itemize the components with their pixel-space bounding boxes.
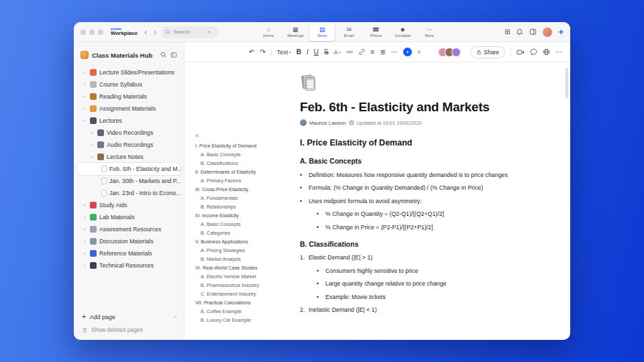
sidebar-item-video-recordings[interactable]: Video Recordings xyxy=(77,127,180,139)
document-editor[interactable]: Feb. 6th - Elasticity and Markets Mauric… xyxy=(262,62,570,340)
outline-item[interactable]: B. Market Analysis xyxy=(195,255,262,263)
side-panel-toggle-icon[interactable] xyxy=(529,28,537,36)
apps-grid-icon[interactable]: ⊞ xyxy=(504,29,510,36)
tab-phone[interactable]: ☎ Phone xyxy=(363,23,388,41)
redo-button[interactable]: ↷ xyxy=(260,49,265,56)
tab-contacts[interactable]: ☻ Contacts xyxy=(390,23,415,41)
globe-icon[interactable] xyxy=(543,48,550,56)
outline-item[interactable]: A. Primary Factors xyxy=(195,176,262,185)
doc-block[interactable]: • Large quantity change relative to pric… xyxy=(317,280,546,287)
sidebar-item-feb-6-note[interactable]: Feb. 6th - Elasticity and M... xyxy=(77,163,180,175)
sidebar-item-assessment-resources[interactable]: Assessment Resources xyxy=(77,223,180,235)
chevron-icon[interactable] xyxy=(89,154,95,160)
show-deleted-pages-button[interactable]: Show deleted pages xyxy=(82,326,176,333)
insert-block-button[interactable]: + xyxy=(403,48,412,56)
chevron-icon[interactable] xyxy=(82,82,87,88)
collapse-toolbar-button[interactable]: ∧ xyxy=(417,50,421,55)
outline-item[interactable]: A. Electric Vehicle Market xyxy=(195,272,262,281)
outline-item[interactable]: A. Coffee Example xyxy=(195,307,262,316)
outline-item[interactable]: A. Basic Concepts xyxy=(195,150,262,159)
outline-item[interactable]: III. Cross-Price Elasticity xyxy=(195,185,262,194)
chevron-icon[interactable] xyxy=(82,215,87,221)
minimize-window-button[interactable] xyxy=(89,29,95,35)
sidebar-item-course-syllabus[interactable]: Course Syllabus xyxy=(77,78,180,90)
outline-item[interactable]: VI. Real-World Case Studies xyxy=(195,263,262,272)
doc-block[interactable]: • % Change in Price = (P2-P1)/[(P2+P1)/2… xyxy=(317,224,546,231)
outline-item[interactable]: C. Entertainment Industry xyxy=(195,290,262,298)
maximize-window-button[interactable] xyxy=(98,29,103,35)
sidebar-item-reference-materials[interactable]: Reference Materials xyxy=(77,247,180,259)
outline-item[interactable]: A. Basic Concepts xyxy=(195,220,262,229)
sidebar-item-technical-resources[interactable]: Technical Resources xyxy=(77,259,180,272)
collaborator-avatar[interactable] xyxy=(451,48,461,57)
tab-more[interactable]: ⋯ More xyxy=(417,23,442,41)
comments-icon[interactable] xyxy=(530,48,537,56)
doc-block[interactable]: 1. Elastic Demand (|E| > 1) xyxy=(300,254,546,261)
share-button[interactable]: Share xyxy=(470,46,505,58)
sidebar-item-study-aids[interactable]: Study Aids xyxy=(77,199,180,211)
collapse-sidebar-icon[interactable] xyxy=(170,52,177,58)
sidebar-item-lecture-slides[interactable]: Lecture Slides/Presentations xyxy=(77,66,180,78)
chevron-icon[interactable] xyxy=(89,142,95,148)
outline-item[interactable]: I. Price Elasticity of Demand xyxy=(195,141,262,150)
sidebar-item-jan-23-note[interactable]: Jan. 23rd - Intro to Econo... xyxy=(77,187,180,199)
tab-docs[interactable]: ▤ Docs xyxy=(309,23,335,41)
tab-email[interactable]: ✉ Email xyxy=(336,23,362,41)
outline-item[interactable]: V. Business Applications xyxy=(195,237,262,246)
link-icon[interactable] xyxy=(358,48,366,56)
doc-block[interactable]: A. Basic Concepts xyxy=(300,157,546,165)
chevron-icon[interactable] xyxy=(82,94,88,99)
bold-button[interactable]: B xyxy=(297,49,301,56)
close-window-button[interactable] xyxy=(80,29,86,35)
video-call-icon[interactable] xyxy=(517,48,525,56)
outline-item[interactable]: B. Luxury Car Example xyxy=(195,316,262,324)
outline-item[interactable]: VII. Practical Calculations xyxy=(195,298,262,307)
global-search-input[interactable]: Search ⌘F xyxy=(162,26,218,38)
sidebar-item-lectures[interactable]: Lectures xyxy=(77,115,180,127)
doc-block[interactable]: • Uses midpoint formula to avoid asymmet… xyxy=(300,198,546,204)
sidebar-search-icon[interactable] xyxy=(160,52,167,58)
outline-item[interactable]: A. Fundamentals xyxy=(195,194,262,202)
doc-block[interactable]: 2. Inelastic Demand (|E| < 1) xyxy=(300,306,546,313)
italic-button[interactable]: I xyxy=(307,49,309,56)
chevron-icon[interactable] xyxy=(82,251,87,257)
doc-block[interactable]: • % Change in Quantity = (Q2-Q1)/[(Q2+Q1… xyxy=(317,210,546,217)
doc-block[interactable]: • Formula: (% Change in Quantity Demande… xyxy=(300,184,546,191)
more-formatting-button[interactable]: ⋯ xyxy=(391,49,398,56)
sidebar-item-assignment-materials[interactable]: Assignment Materials xyxy=(77,103,180,115)
outline-item[interactable]: B. Pharmaceutical Industry xyxy=(195,281,262,290)
sidebar-item-lecture-notes[interactable]: Lecture Notes xyxy=(77,151,180,163)
sidebar-item-audio-recordings[interactable]: Audio Recordings xyxy=(77,139,180,151)
outline-item[interactable]: II. Determinants of Elasticity xyxy=(195,168,262,176)
chevron-icon[interactable] xyxy=(82,227,87,233)
forward-button[interactable]: › xyxy=(154,28,156,36)
collapse-outline-button[interactable]: « xyxy=(195,132,262,139)
underline-button[interactable]: U xyxy=(314,49,319,56)
chevron-icon[interactable] xyxy=(82,239,87,245)
more-options-button[interactable]: ⋯ xyxy=(555,49,562,56)
doc-block[interactable]: • Consumers highly sensitive to price xyxy=(317,267,546,274)
chevron-icon[interactable] xyxy=(82,106,87,112)
sidebar-item-discussion-materials[interactable]: Discussion Materials xyxy=(77,235,180,247)
collapse-footer-chevron-icon[interactable]: › xyxy=(172,316,178,318)
chevron-icon[interactable] xyxy=(89,130,95,136)
chevron-icon[interactable] xyxy=(82,263,87,269)
doc-block[interactable]: • Definition: Measures how responsive qu… xyxy=(300,172,546,178)
add-page-button[interactable]: + Add page › xyxy=(82,313,176,320)
undo-button[interactable]: ↶ xyxy=(249,49,254,56)
code-button[interactable]: </> xyxy=(346,50,352,55)
sidebar-item-jan-30-note[interactable]: Jan. 30th - Markets and P... xyxy=(77,175,180,187)
text-style-dropdown[interactable]: Text ▾ xyxy=(277,49,291,56)
chevron-icon[interactable] xyxy=(82,118,88,123)
doc-block[interactable]: I. Price Elasticity of Demand xyxy=(300,138,546,147)
doc-block[interactable]: B. Classifications xyxy=(300,240,546,248)
notifications-bell-icon[interactable] xyxy=(516,28,523,36)
text-color-dropdown[interactable]: A ▾ xyxy=(334,49,341,56)
outline-item[interactable]: B. Relationships xyxy=(195,202,262,211)
outline-item[interactable]: B. Classifications xyxy=(195,159,262,168)
new-item-plus-icon[interactable]: + xyxy=(558,27,564,36)
doc-block[interactable]: • Example: Movie tickets xyxy=(317,294,546,300)
sidebar-item-lab-materials[interactable]: Lab Materials xyxy=(77,211,180,223)
outline-item[interactable]: IV. Income Elasticity xyxy=(195,211,262,220)
outline-item[interactable]: B. Categories xyxy=(195,229,262,237)
